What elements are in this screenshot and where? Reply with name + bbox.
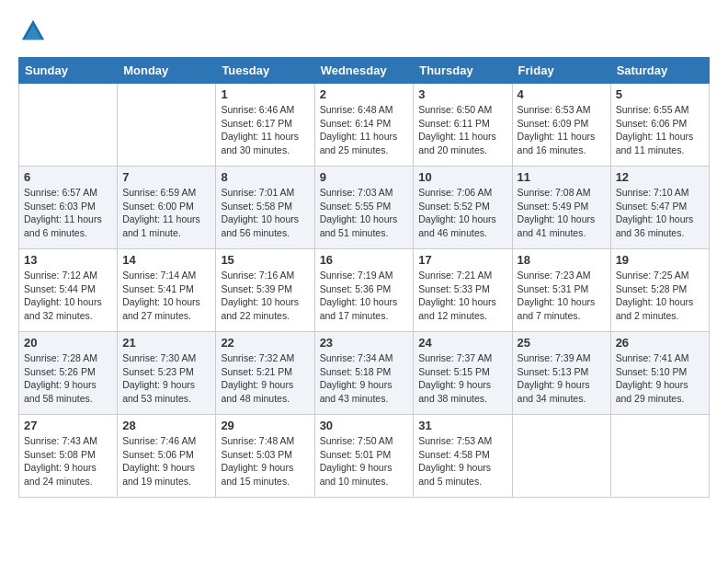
day-number: 14 bbox=[122, 253, 210, 267]
day-info: Sunrise: 7:39 AMSunset: 5:13 PMDaylight:… bbox=[518, 351, 606, 406]
calendar-cell: 6Sunrise: 6:57 AMSunset: 6:03 PMDaylight… bbox=[19, 167, 118, 249]
day-number: 19 bbox=[616, 253, 704, 267]
calendar-cell: 1Sunrise: 6:46 AMSunset: 6:17 PMDaylight… bbox=[216, 84, 314, 167]
day-info: Sunrise: 7:28 AMSunset: 5:26 PMDaylight:… bbox=[24, 351, 112, 406]
day-info: Sunrise: 7:34 AMSunset: 5:18 PMDaylight:… bbox=[320, 351, 409, 406]
day-number: 20 bbox=[24, 336, 112, 350]
day-number: 8 bbox=[221, 170, 309, 184]
calendar-cell: 17Sunrise: 7:21 AMSunset: 5:33 PMDayligh… bbox=[414, 249, 512, 332]
day-number: 17 bbox=[418, 253, 506, 267]
day-number: 28 bbox=[122, 419, 210, 432]
day-number: 10 bbox=[418, 170, 506, 184]
day-number: 30 bbox=[320, 419, 409, 432]
calendar-week-5: 27Sunrise: 7:43 AMSunset: 5:08 PMDayligh… bbox=[19, 415, 710, 498]
day-info: Sunrise: 6:57 AMSunset: 6:03 PMDaylight:… bbox=[24, 186, 112, 240]
calendar-cell: 5Sunrise: 6:55 AMSunset: 6:06 PMDaylight… bbox=[610, 84, 709, 167]
calendar-cell: 25Sunrise: 7:39 AMSunset: 5:13 PMDayligh… bbox=[512, 332, 610, 415]
day-number: 29 bbox=[221, 419, 309, 432]
calendar-cell: 29Sunrise: 7:48 AMSunset: 5:03 PMDayligh… bbox=[216, 415, 314, 498]
calendar-cell: 30Sunrise: 7:50 AMSunset: 5:01 PMDayligh… bbox=[314, 415, 414, 498]
day-number: 16 bbox=[320, 253, 409, 267]
calendar-cell: 19Sunrise: 7:25 AMSunset: 5:28 PMDayligh… bbox=[610, 249, 709, 332]
day-info: Sunrise: 7:06 AMSunset: 5:52 PMDaylight:… bbox=[418, 186, 506, 240]
calendar-week-3: 13Sunrise: 7:12 AMSunset: 5:44 PMDayligh… bbox=[19, 249, 710, 332]
day-header-tuesday: Tuesday bbox=[216, 58, 314, 84]
day-number: 9 bbox=[320, 170, 409, 184]
calendar-cell: 13Sunrise: 7:12 AMSunset: 5:44 PMDayligh… bbox=[19, 249, 118, 332]
calendar-cell: 22Sunrise: 7:32 AMSunset: 5:21 PMDayligh… bbox=[216, 332, 314, 415]
day-info: Sunrise: 6:53 AMSunset: 6:09 PMDaylight:… bbox=[518, 103, 606, 157]
calendar-cell: 3Sunrise: 6:50 AMSunset: 6:11 PMDaylight… bbox=[414, 84, 512, 167]
day-number: 27 bbox=[24, 419, 112, 432]
calendar-week-1: 1Sunrise: 6:46 AMSunset: 6:17 PMDaylight… bbox=[19, 84, 710, 167]
day-header-wednesday: Wednesday bbox=[314, 58, 414, 84]
day-number: 23 bbox=[320, 336, 409, 350]
day-info: Sunrise: 7:16 AMSunset: 5:39 PMDaylight:… bbox=[221, 269, 309, 323]
day-info: Sunrise: 7:12 AMSunset: 5:44 PMDaylight:… bbox=[24, 269, 112, 323]
day-number: 31 bbox=[418, 419, 506, 432]
day-number: 3 bbox=[418, 87, 506, 101]
day-header-saturday: Saturday bbox=[610, 58, 709, 84]
day-info: Sunrise: 7:50 AMSunset: 5:01 PMDaylight:… bbox=[320, 434, 409, 488]
calendar-cell: 2Sunrise: 6:48 AMSunset: 6:14 PMDaylight… bbox=[314, 84, 414, 167]
calendar-cell: 18Sunrise: 7:23 AMSunset: 5:31 PMDayligh… bbox=[512, 249, 610, 332]
calendar-header-row: SundayMondayTuesdayWednesdayThursdayFrid… bbox=[19, 58, 710, 84]
calendar-cell bbox=[118, 84, 216, 167]
day-info: Sunrise: 7:19 AMSunset: 5:36 PMDaylight:… bbox=[320, 269, 409, 323]
calendar-cell: 9Sunrise: 7:03 AMSunset: 5:55 PMDaylight… bbox=[314, 167, 414, 249]
day-info: Sunrise: 7:32 AMSunset: 5:21 PMDaylight:… bbox=[221, 351, 309, 406]
calendar-body: 1Sunrise: 6:46 AMSunset: 6:17 PMDaylight… bbox=[19, 84, 710, 498]
day-number: 5 bbox=[616, 87, 704, 101]
day-info: Sunrise: 7:30 AMSunset: 5:23 PMDaylight:… bbox=[122, 351, 210, 406]
calendar-cell: 20Sunrise: 7:28 AMSunset: 5:26 PMDayligh… bbox=[19, 332, 118, 415]
day-info: Sunrise: 6:46 AMSunset: 6:17 PMDaylight:… bbox=[221, 103, 309, 157]
calendar-cell: 21Sunrise: 7:30 AMSunset: 5:23 PMDayligh… bbox=[118, 332, 216, 415]
day-info: Sunrise: 6:48 AMSunset: 6:14 PMDaylight:… bbox=[320, 103, 409, 157]
day-header-thursday: Thursday bbox=[414, 58, 512, 84]
day-number: 6 bbox=[24, 170, 112, 184]
calendar-week-2: 6Sunrise: 6:57 AMSunset: 6:03 PMDaylight… bbox=[19, 167, 710, 249]
day-header-friday: Friday bbox=[512, 58, 610, 84]
calendar-cell: 24Sunrise: 7:37 AMSunset: 5:15 PMDayligh… bbox=[414, 332, 512, 415]
calendar-cell bbox=[512, 415, 610, 498]
calendar-cell bbox=[610, 415, 709, 498]
day-info: Sunrise: 6:59 AMSunset: 6:00 PMDaylight:… bbox=[122, 186, 210, 240]
day-info: Sunrise: 7:25 AMSunset: 5:28 PMDaylight:… bbox=[616, 269, 704, 323]
day-info: Sunrise: 7:23 AMSunset: 5:31 PMDaylight:… bbox=[518, 269, 606, 323]
day-info: Sunrise: 7:41 AMSunset: 5:10 PMDaylight:… bbox=[616, 351, 704, 406]
day-info: Sunrise: 7:21 AMSunset: 5:33 PMDaylight:… bbox=[418, 269, 506, 323]
day-info: Sunrise: 7:46 AMSunset: 5:06 PMDaylight:… bbox=[122, 434, 210, 488]
day-number: 22 bbox=[221, 336, 309, 350]
calendar-cell: 27Sunrise: 7:43 AMSunset: 5:08 PMDayligh… bbox=[19, 415, 118, 498]
calendar-cell: 26Sunrise: 7:41 AMSunset: 5:10 PMDayligh… bbox=[610, 332, 709, 415]
calendar-cell: 12Sunrise: 7:10 AMSunset: 5:47 PMDayligh… bbox=[610, 167, 709, 249]
day-info: Sunrise: 7:43 AMSunset: 5:08 PMDaylight:… bbox=[24, 434, 112, 488]
day-number: 1 bbox=[221, 87, 309, 101]
calendar-cell: 14Sunrise: 7:14 AMSunset: 5:41 PMDayligh… bbox=[118, 249, 216, 332]
calendar-cell: 28Sunrise: 7:46 AMSunset: 5:06 PMDayligh… bbox=[118, 415, 216, 498]
day-info: Sunrise: 7:48 AMSunset: 5:03 PMDaylight:… bbox=[221, 434, 309, 488]
calendar-cell: 8Sunrise: 7:01 AMSunset: 5:58 PMDaylight… bbox=[216, 167, 314, 249]
calendar-week-4: 20Sunrise: 7:28 AMSunset: 5:26 PMDayligh… bbox=[19, 332, 710, 415]
day-info: Sunrise: 7:53 AMSunset: 4:58 PMDaylight:… bbox=[418, 434, 506, 488]
day-header-monday: Monday bbox=[118, 58, 216, 84]
logo-icon bbox=[20, 18, 46, 44]
day-info: Sunrise: 7:10 AMSunset: 5:47 PMDaylight:… bbox=[616, 186, 704, 240]
calendar-cell: 23Sunrise: 7:34 AMSunset: 5:18 PMDayligh… bbox=[314, 332, 414, 415]
calendar-cell: 15Sunrise: 7:16 AMSunset: 5:39 PMDayligh… bbox=[216, 249, 314, 332]
day-number: 7 bbox=[122, 170, 210, 184]
day-number: 26 bbox=[616, 336, 704, 350]
day-info: Sunrise: 7:14 AMSunset: 5:41 PMDaylight:… bbox=[122, 269, 210, 323]
day-number: 25 bbox=[518, 336, 606, 350]
day-number: 21 bbox=[122, 336, 210, 350]
day-number: 15 bbox=[221, 253, 309, 267]
day-number: 2 bbox=[320, 87, 409, 101]
calendar-cell: 31Sunrise: 7:53 AMSunset: 4:58 PMDayligh… bbox=[414, 415, 512, 498]
day-number: 24 bbox=[418, 336, 506, 350]
day-info: Sunrise: 7:08 AMSunset: 5:49 PMDaylight:… bbox=[518, 186, 606, 240]
calendar-cell: 4Sunrise: 6:53 AMSunset: 6:09 PMDaylight… bbox=[512, 84, 610, 167]
logo bbox=[18, 18, 46, 48]
day-info: Sunrise: 7:01 AMSunset: 5:58 PMDaylight:… bbox=[221, 186, 309, 240]
calendar-cell: 7Sunrise: 6:59 AMSunset: 6:00 PMDaylight… bbox=[118, 167, 216, 249]
day-number: 12 bbox=[616, 170, 704, 184]
